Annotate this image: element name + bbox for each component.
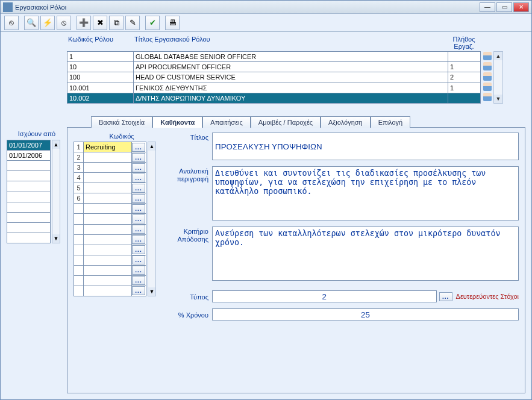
close-button[interactable]: ✕ bbox=[513, 2, 529, 12]
list-item[interactable]: 4... bbox=[74, 173, 146, 183]
row-lookup-button[interactable]: ... bbox=[132, 153, 145, 162]
list-item[interactable]: ... bbox=[74, 275, 146, 286]
roles-scrollbar[interactable]: ▲ ▼ bbox=[493, 51, 503, 104]
list-item[interactable]: 1Recruiting... bbox=[74, 142, 146, 152]
row-lookup-button[interactable]: ... bbox=[132, 235, 145, 244]
print-icon[interactable]: 🖶 bbox=[165, 16, 180, 30]
confirm-icon[interactable]: ✔ bbox=[145, 16, 160, 30]
search-icon[interactable]: 🔍 bbox=[24, 16, 39, 30]
type-lookup-button[interactable]: ... bbox=[439, 292, 452, 301]
row-lookup-button[interactable]: ... bbox=[132, 143, 145, 152]
row-lookup-button[interactable]: ... bbox=[132, 194, 145, 203]
flash-icon[interactable]: ⚡ bbox=[40, 16, 55, 30]
edit-icon[interactable]: ✎ bbox=[125, 16, 140, 30]
row-lookup-button[interactable]: ... bbox=[132, 245, 145, 254]
list-item[interactable]: ... bbox=[74, 234, 146, 245]
row-lookup-button[interactable]: ... bbox=[132, 225, 145, 234]
list-item[interactable] bbox=[7, 161, 51, 171]
person-icon[interactable] bbox=[483, 51, 492, 61]
tab[interactable]: Απαιτήσεις bbox=[202, 116, 250, 128]
label-title: Τίτλος bbox=[176, 133, 212, 160]
scroll-up-icon[interactable]: ▲ bbox=[494, 52, 502, 60]
label-criterion: Κριτήριο Απόδοσης bbox=[176, 227, 212, 281]
tabs: Βασικά ΣτοιχείαΚαθήκονταΑπαιτήσειςΑμοιβέ… bbox=[67, 116, 525, 127]
minimize-button[interactable]: — bbox=[480, 2, 495, 12]
person-icon[interactable] bbox=[483, 72, 492, 82]
list-item[interactable]: 6... bbox=[74, 193, 146, 204]
tab[interactable]: Βασικά Στοιχεία bbox=[91, 116, 152, 128]
row-lookup-button[interactable]: ... bbox=[132, 204, 145, 213]
scroll-up-icon[interactable]: ▲ bbox=[148, 142, 155, 151]
maximize-button[interactable]: ▭ bbox=[496, 2, 512, 12]
subtargets-label: Δευτερεύοντες Στόχοι bbox=[456, 293, 519, 300]
list-item[interactable]: ... bbox=[74, 286, 146, 296]
row-lookup-button[interactable]: ... bbox=[132, 184, 145, 193]
table-row[interactable]: 10API PROCUREMENT OFFICER1 bbox=[67, 62, 481, 72]
tab[interactable]: Καθήκοντα bbox=[152, 116, 202, 128]
list-item[interactable] bbox=[7, 192, 51, 202]
table-row[interactable]: 1GLOBAL DATABASE SENIOR OFFICER bbox=[67, 52, 481, 62]
table-row[interactable]: 10.001ΓΕΝΙΚΟΣ ΔΙΕΥΘΥΝΤΗΣ1 bbox=[67, 83, 481, 93]
delete-icon[interactable]: ✖ bbox=[93, 16, 107, 30]
list-item[interactable]: ... bbox=[74, 265, 146, 275]
roles-header-code: Κωδικός Ρόλου bbox=[67, 36, 133, 50]
list-item[interactable]: ... bbox=[74, 255, 146, 265]
row-lookup-button[interactable]: ... bbox=[132, 286, 145, 295]
effective-dates-table[interactable]: 01/01/200701/01/2006 bbox=[7, 140, 51, 243]
label-desc: Αναλυτική περιγραφή bbox=[176, 166, 212, 220]
type-input[interactable] bbox=[212, 290, 437, 302]
criterion-textarea[interactable] bbox=[212, 227, 519, 281]
list-item[interactable] bbox=[7, 212, 51, 222]
cancel-icon[interactable]: ⦸ bbox=[57, 16, 71, 30]
description-textarea[interactable] bbox=[212, 166, 519, 220]
dates-scrollbar[interactable]: ▲ ▼ bbox=[52, 140, 60, 243]
tasks-table[interactable]: 1Recruiting...2...3...4...5...6.........… bbox=[74, 142, 146, 296]
row-lookup-button[interactable]: ... bbox=[132, 214, 145, 223]
task-details: Τίτλος Αναλυτική περιγραφή Κριτήριο Απόδ… bbox=[170, 133, 519, 388]
scroll-up-icon[interactable]: ▲ bbox=[52, 140, 60, 149]
roles-row-icons bbox=[483, 51, 492, 104]
person-icon[interactable] bbox=[483, 82, 492, 92]
person-icon[interactable] bbox=[483, 92, 492, 102]
tasks-scrollbar[interactable]: ▲ ▼ bbox=[148, 142, 156, 296]
list-item[interactable] bbox=[7, 171, 51, 181]
list-item[interactable] bbox=[7, 181, 51, 192]
effective-dates-label: Ισχύουν από bbox=[7, 130, 67, 137]
scroll-down-icon[interactable]: ▼ bbox=[52, 234, 60, 243]
row-lookup-button[interactable]: ... bbox=[132, 255, 145, 264]
lower-section: Ισχύουν από 01/01/200701/01/2006 ▲ ▼ Βασ… bbox=[7, 116, 525, 393]
roles-headers: Κωδικός Ρόλου Τίτλος Εργασιακού Ρόλου Πλ… bbox=[67, 36, 525, 51]
list-item[interactable] bbox=[7, 222, 51, 233]
row-lookup-button[interactable]: ... bbox=[132, 173, 145, 183]
tab[interactable]: Επιλογή bbox=[371, 116, 410, 128]
list-item[interactable] bbox=[7, 202, 51, 212]
tab[interactable]: Αξιολόγηση bbox=[321, 116, 371, 128]
tab[interactable]: Αμοιβές / Παροχές bbox=[251, 116, 321, 128]
list-item[interactable] bbox=[7, 233, 51, 243]
add-icon[interactable]: ➕ bbox=[77, 16, 91, 30]
row-lookup-button[interactable]: ... bbox=[132, 266, 145, 275]
roles-table[interactable]: 1GLOBAL DATABASE SENIOR OFFICER10API PRO… bbox=[67, 51, 481, 104]
tab-panel-duties: Κωδικός 1Recruiting...2...3...4...5...6.… bbox=[67, 127, 525, 393]
row-lookup-button[interactable]: ... bbox=[132, 163, 145, 172]
scroll-down-icon[interactable]: ▼ bbox=[148, 287, 155, 296]
title-input[interactable] bbox=[212, 133, 519, 160]
row-lookup-button[interactable]: ... bbox=[132, 276, 145, 285]
list-item[interactable]: ... bbox=[74, 224, 146, 234]
list-item[interactable]: 5... bbox=[74, 183, 146, 193]
exit-icon[interactable]: ⎋ bbox=[4, 16, 19, 30]
list-item[interactable]: 01/01/2007 bbox=[7, 140, 51, 151]
list-item[interactable]: ... bbox=[74, 204, 146, 214]
list-item[interactable]: 2... bbox=[74, 152, 146, 163]
scroll-down-icon[interactable]: ▼ bbox=[494, 95, 502, 103]
list-item[interactable]: 3... bbox=[74, 163, 146, 173]
table-row[interactable]: 100HEAD OF CUSTOMER SERVICE2 bbox=[67, 72, 481, 83]
list-item[interactable]: ... bbox=[74, 245, 146, 255]
tree-icon[interactable]: ⧉ bbox=[109, 16, 124, 30]
app-icon bbox=[3, 2, 13, 12]
person-icon[interactable] bbox=[483, 61, 492, 72]
list-item[interactable]: ... bbox=[74, 214, 146, 224]
list-item[interactable]: 01/01/2006 bbox=[7, 151, 51, 161]
time-pct-input[interactable] bbox=[212, 308, 519, 320]
table-row[interactable]: 10.002Δ/ΝΤΗΣ ΑΝΘΡΩΠΙΝΟΥ ΔΥΝΑΜΙΚΟΥ bbox=[67, 93, 481, 103]
